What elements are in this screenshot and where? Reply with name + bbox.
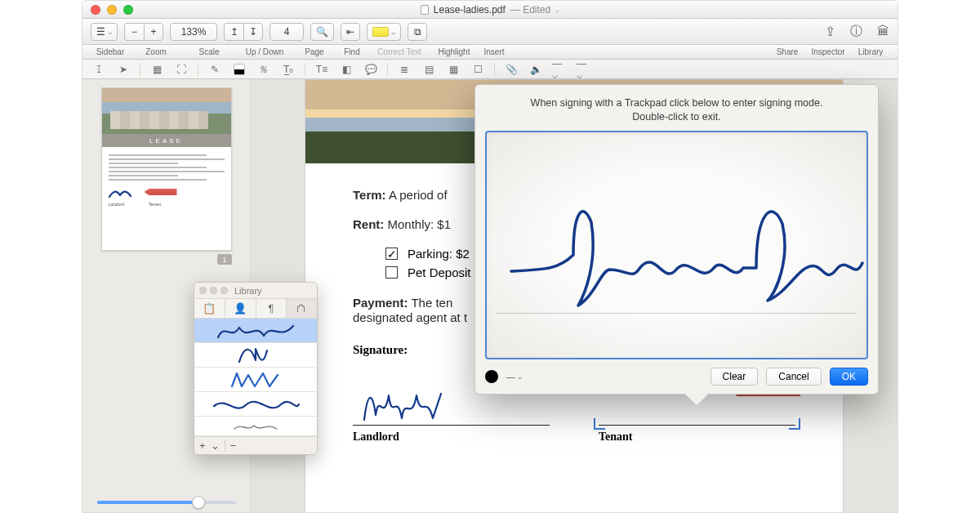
payment-text2: designated agent at t	[353, 310, 467, 324]
zoom-out-button[interactable]: −	[124, 23, 144, 41]
form-tool[interactable]: ☐	[470, 62, 486, 77]
pet-text: Pet Deposit	[408, 265, 471, 279]
signature-pad[interactable]	[485, 131, 868, 359]
table-tool[interactable]: ▦	[445, 62, 461, 77]
minimize-window-button[interactable]	[107, 5, 117, 15]
title-chevron-icon[interactable]: ⌵	[555, 6, 559, 14]
window-title: Lease-ladies.pdf — Edited ⌵	[421, 4, 559, 16]
attach-tool[interactable]: 📎	[503, 62, 519, 77]
close-window-button[interactable]	[91, 5, 100, 15]
library-panel[interactable]: Library 📋 👤 ¶ ⛫ +	[194, 282, 318, 455]
ink-color-swatch[interactable]	[485, 370, 498, 383]
parking-text: Parking: $2	[408, 247, 470, 261]
label-scale: Scale	[182, 47, 236, 56]
cancel-button[interactable]: Cancel	[766, 368, 821, 386]
list-tool[interactable]: ≣	[396, 62, 412, 77]
underline-tool[interactable]: T̲₀	[280, 62, 296, 77]
draw-tool[interactable]: ✎	[207, 62, 223, 77]
page-field[interactable]: 4	[270, 23, 304, 41]
library-list	[194, 319, 317, 436]
label-share: Share	[770, 47, 804, 56]
toolbar-labels: Sidebar Zoom Scale Up / Down Page Find C…	[82, 45, 898, 60]
label-updown: Up / Down	[236, 47, 293, 56]
note-tool[interactable]: ▤	[421, 62, 437, 77]
markup-toolbar: ꕯ ➤ ▦ ⛶ ✎ ％ T̲₀ T≡ ◧ 💬 ≣ ▤ ▦ ☐ 📎 🔈 — ⌵ —…	[82, 60, 898, 79]
clear-button[interactable]: Clear	[710, 368, 759, 386]
signature-instructions: When signing with a Trackpad click below…	[485, 96, 868, 124]
comment-tool[interactable]: 💬	[363, 62, 379, 77]
library-titlebar[interactable]: Library	[194, 283, 317, 299]
indent-tool[interactable]: T≡	[314, 62, 330, 77]
thumbnail-image	[102, 88, 231, 134]
signature-footer: —⌵ Clear Cancel OK	[485, 368, 868, 386]
sidebar-toggle-button[interactable]: ☰⌵	[91, 23, 118, 41]
inspector-button[interactable]: ⓘ	[850, 24, 862, 39]
label-library: Library	[852, 47, 889, 56]
label-find: Find	[336, 47, 368, 56]
landlord-role: Landlord	[353, 430, 550, 444]
label-zoom: Zoom	[130, 47, 182, 56]
library-button[interactable]: 🏛	[877, 24, 889, 39]
strike-tool[interactable]: ％	[254, 62, 273, 77]
library-tab-clipboard[interactable]: 📋	[194, 299, 225, 318]
parking-checkbox[interactable]: ✓	[385, 248, 398, 260]
library-menu-button[interactable]: ⌄	[211, 439, 220, 452]
erase-tool[interactable]: ◧	[338, 62, 354, 77]
library-item-4[interactable]	[194, 392, 317, 417]
thumbnail-zoom-slider[interactable]	[97, 501, 236, 504]
library-add-button[interactable]: +	[199, 439, 206, 452]
library-title: Library	[234, 286, 262, 296]
pet-checkbox[interactable]	[385, 266, 398, 279]
library-item-1[interactable]	[194, 319, 317, 343]
line-style-1[interactable]: — ⌵	[552, 62, 568, 77]
line-style-2[interactable]: — ⌵	[577, 62, 593, 77]
label-page: Page	[293, 47, 336, 56]
share-button[interactable]: ⇪	[825, 24, 835, 39]
main-toolbar: ☰⌵ − + 133% ↥ ↧ 4 🔍 ⇤ ⌵ ⧉ ⇪ ⓘ 🏛	[82, 19, 898, 45]
text-select-tool[interactable]: ꕯ	[91, 62, 107, 77]
insert-button[interactable]: ⧉	[408, 23, 427, 41]
library-item-5[interactable]	[194, 417, 317, 436]
find-button[interactable]: 🔍	[310, 23, 334, 41]
label-insert: Insert	[478, 47, 510, 56]
page-down-button[interactable]: ↧	[243, 23, 263, 41]
page-up-button[interactable]: ↥	[224, 23, 243, 41]
line-weight-picker[interactable]: —⌵	[506, 372, 522, 381]
payment-text: The ten	[408, 296, 453, 310]
signature-instructions-l2: Double-click to exit.	[632, 111, 720, 123]
pointer-tool[interactable]: ➤	[115, 62, 131, 77]
window-filename: Lease-ladies.pdf	[434, 4, 506, 16]
library-tab-stamps[interactable]: ⛫	[287, 299, 317, 318]
rent-label: Rent:	[353, 217, 384, 231]
library-item-2[interactable]	[194, 343, 317, 368]
library-item-3[interactable]	[194, 368, 317, 392]
scale-field[interactable]: 133%	[170, 23, 217, 41]
document-icon	[421, 5, 429, 15]
library-tab-proof[interactable]: ¶	[256, 299, 287, 318]
correct-text-button[interactable]: ⇤	[341, 23, 360, 41]
payment-label: Payment:	[353, 296, 408, 310]
thumbnail-banner: LEASE	[102, 134, 231, 147]
library-footer: + ⌄ −	[194, 436, 317, 454]
crop-tool[interactable]: ⛶	[173, 62, 189, 77]
tenant-role: Tenant	[599, 430, 795, 444]
thumbnail-page-number: 1	[217, 254, 232, 265]
titlebar: Lease-ladies.pdf — Edited ⌵	[82, 1, 898, 19]
page-thumbnail[interactable]: LEASE LandlordTenant	[101, 87, 232, 251]
zoom-in-button[interactable]: +	[144, 23, 163, 41]
library-tabs: 📋 👤 ¶ ⛫	[194, 299, 317, 319]
signature-popover: When signing with a Trackpad click below…	[474, 84, 879, 395]
window-status: Edited	[523, 4, 550, 16]
label-correct: Correct Text	[368, 47, 430, 56]
color-tool[interactable]	[231, 62, 247, 77]
audio-tool[interactable]: 🔈	[528, 62, 544, 77]
redact-tool[interactable]: ▦	[149, 62, 165, 77]
ok-button[interactable]: OK	[830, 368, 868, 386]
library-tab-profile[interactable]: 👤	[225, 299, 256, 318]
library-remove-button[interactable]: −	[230, 439, 237, 452]
zoom-window-button[interactable]	[123, 5, 133, 15]
highlight-button[interactable]: ⌵	[367, 23, 401, 41]
term-label: Term:	[353, 188, 386, 202]
label-inspector: Inspector	[804, 47, 852, 56]
thumbnail-zoom-knob[interactable]	[192, 496, 205, 509]
